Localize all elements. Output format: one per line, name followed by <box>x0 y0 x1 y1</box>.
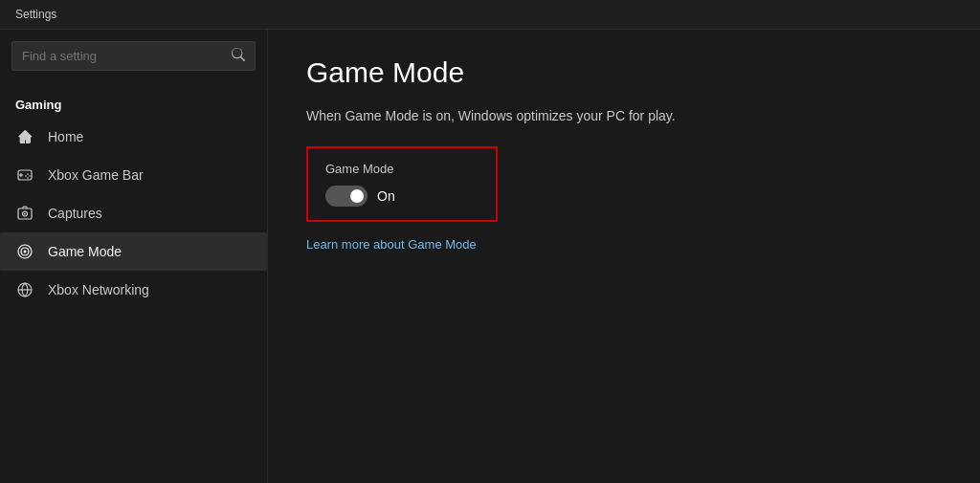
search-box[interactable] <box>11 41 256 71</box>
sidebar-item-game-mode[interactable]: Game Mode <box>0 232 267 271</box>
home-icon <box>15 127 34 146</box>
sidebar-item-xbox-networking-label: Xbox Networking <box>48 282 149 297</box>
toggle-state-label: On <box>377 188 395 204</box>
svg-point-6 <box>27 177 29 179</box>
toggle-track <box>325 186 368 207</box>
sidebar-item-xbox-game-bar[interactable]: Xbox Game Bar <box>0 156 267 194</box>
game-mode-toggle[interactable] <box>325 186 368 207</box>
search-icon <box>232 48 245 64</box>
xbox-networking-icon <box>15 280 34 299</box>
svg-point-3 <box>27 173 29 175</box>
toggle-row: On <box>325 186 479 207</box>
title-bar: Settings <box>0 0 980 30</box>
learn-more-link[interactable]: Learn more about Game Mode <box>306 237 477 252</box>
page-title: Game Mode <box>306 56 942 89</box>
sidebar-item-xbox-networking[interactable]: Xbox Networking <box>0 271 267 309</box>
sidebar-item-captures-label: Captures <box>48 206 102 221</box>
sidebar: Gaming Home <box>0 30 268 483</box>
svg-point-9 <box>24 213 26 215</box>
sidebar-item-xbox-game-bar-label: Xbox Game Bar <box>48 167 144 183</box>
toggle-thumb <box>350 189 364 203</box>
svg-point-5 <box>25 175 27 177</box>
game-mode-card: Game Mode On <box>306 146 498 222</box>
captures-icon <box>15 204 34 223</box>
sidebar-item-game-mode-label: Game Mode <box>48 244 122 259</box>
svg-point-12 <box>24 251 27 253</box>
game-mode-icon <box>15 242 34 261</box>
app-title: Settings <box>15 8 56 21</box>
card-label: Game Mode <box>325 162 479 176</box>
search-input[interactable] <box>22 49 232 63</box>
sidebar-section-header: Gaming <box>0 86 267 118</box>
sidebar-item-captures[interactable]: Captures <box>0 194 267 232</box>
xbox-game-bar-icon <box>15 165 34 185</box>
page-description: When Game Mode is on, Windows optimizes … <box>306 108 942 123</box>
sidebar-item-home-label: Home <box>48 129 83 144</box>
content-area: Game Mode When Game Mode is on, Windows … <box>268 30 980 483</box>
svg-point-4 <box>29 175 31 177</box>
sidebar-item-home[interactable]: Home <box>0 118 267 156</box>
